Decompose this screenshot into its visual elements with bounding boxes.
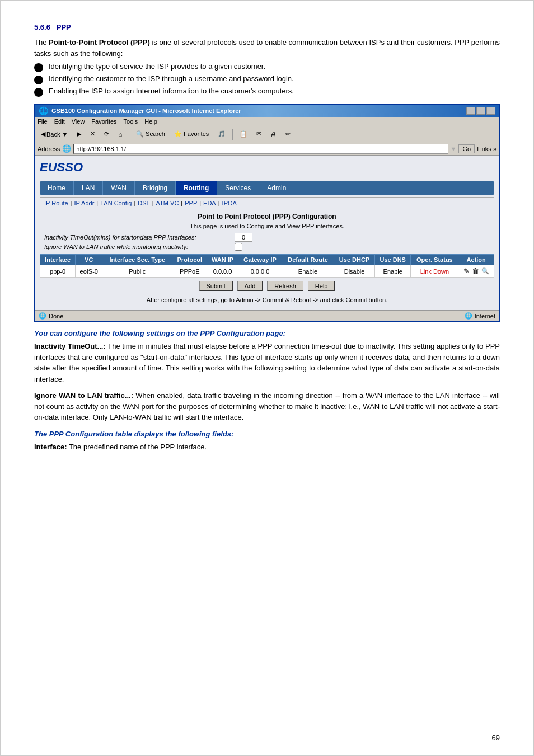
cell-gateway-ip: 0.0.0.0 [238, 265, 282, 278]
subnav-lanconfig[interactable]: LAN Config [100, 200, 132, 206]
maximize-button[interactable] [476, 107, 485, 115]
cell-interface-sec-type: Public [102, 265, 172, 278]
minimize-button[interactable] [466, 107, 475, 115]
go-button[interactable]: Go [458, 144, 475, 153]
media-button[interactable]: 🎵 [214, 129, 229, 139]
timeout-row: Inactivity TimeOut(mins) for startondata… [44, 233, 490, 242]
edit-icon[interactable]: ✎ [463, 267, 470, 275]
address-input[interactable] [73, 144, 448, 154]
edit-button[interactable]: ✏ [282, 129, 294, 139]
menu-edit[interactable]: Edit [54, 118, 65, 125]
link-down-link[interactable]: Link Down [420, 268, 449, 275]
menu-help[interactable]: Help [144, 118, 157, 125]
sub-nav: IP Route | IP Addr | LAN Config | DSL | … [40, 197, 494, 209]
ignore-wan-desc: Ignore WAN to LAN traffic...: When enabl… [34, 390, 500, 423]
ie-titlebar-buttons [466, 107, 495, 115]
refresh-page-button[interactable]: Refresh [267, 281, 303, 291]
menu-view[interactable]: View [72, 118, 85, 125]
intro-bold: Point-to-Point Protocol (PPP) [49, 38, 150, 46]
subnav-eda[interactable]: EDA [203, 200, 216, 206]
ignore-row: Ignore WAN to LAN traffic while monitori… [44, 243, 490, 251]
col-use-dns: Use DNS [375, 255, 411, 265]
address-dropdown-icon[interactable]: ▼ [451, 145, 457, 152]
home-button[interactable]: ⌂ [115, 130, 125, 139]
subnav-ipoa[interactable]: IPOA [222, 200, 237, 206]
bullet-list: Identifying the type of service the ISP … [34, 62, 500, 97]
subnav-atmvc[interactable]: ATM VC [156, 200, 179, 206]
menu-favorites[interactable]: Favorites [91, 118, 116, 125]
nav-wan[interactable]: WAN [103, 181, 135, 195]
subnav-dsl[interactable]: DSL [138, 200, 149, 206]
cell-action: ✎ 🗑 🔍 [458, 265, 494, 278]
subnav-ipaddr[interactable]: IP Addr [74, 200, 94, 206]
col-interface-sec-type: Interface Sec. Type [102, 255, 172, 265]
ignore-checkbox[interactable] [235, 243, 242, 251]
col-gateway-ip: Gateway IP [238, 255, 282, 265]
section-number: 5.6.6 [34, 23, 50, 31]
cell-wan-ip: 0.0.0.0 [207, 265, 238, 278]
submit-button[interactable]: Submit [199, 281, 233, 291]
nav-routing[interactable]: Routing [176, 181, 217, 195]
print-button[interactable]: 🖨 [267, 130, 280, 139]
stop-button[interactable]: ✕ [87, 129, 99, 139]
nav-home[interactable]: Home [40, 181, 74, 195]
section-title: PPP [57, 23, 71, 31]
ie-statusbar-zone: 🌐 Internet [465, 312, 495, 320]
ie-titlebar: 🌐 GSB100 Configuration Manager GUI - Mic… [35, 105, 499, 117]
subnav-iproute[interactable]: IP Route [44, 200, 68, 206]
address-label: Address [38, 145, 60, 152]
eusso-logo: EUSSO [40, 160, 83, 175]
col-use-dhcp: Use DHCP [334, 255, 374, 265]
help-button[interactable]: Help [308, 281, 335, 291]
timeout-input[interactable] [235, 233, 252, 242]
inactivity-term: Inactivity TimeOut...: [34, 342, 106, 350]
footer-note: After configure all settings, go to Admi… [40, 294, 494, 306]
back-button[interactable]: ◀ Back ▼ [38, 129, 71, 139]
page: 5.6.6 PPP The Point-to-Point Protocol (P… [0, 0, 534, 756]
ie-content: EUSSO Home LAN WAN Bridging Routing Serv… [35, 156, 499, 310]
action-icons: ✎ 🗑 🔍 [461, 267, 491, 275]
list-item: Identifying the type of service the ISP … [34, 62, 500, 72]
intro-paragraph: The Point-to-Point Protocol (PPP) is one… [34, 37, 500, 59]
col-wan-ip: WAN IP [207, 255, 238, 265]
ie-icon: 🌐 [39, 106, 48, 115]
zone-icon: 🌐 [465, 312, 472, 320]
cell-vc: eoIS-0 [76, 265, 102, 278]
ignore-wan-term: Ignore WAN to LAN traffic...: [34, 391, 133, 400]
col-oper-status: Oper. Status [411, 255, 458, 265]
ie-title-text: GSB100 Configuration Manager GUI - Micro… [51, 107, 241, 114]
nav-services[interactable]: Services [217, 181, 259, 195]
cell-oper-status[interactable]: Link Down [411, 265, 458, 278]
menu-tools[interactable]: Tools [124, 118, 138, 125]
nav-admin[interactable]: Admin [259, 181, 294, 195]
forward-button[interactable]: ▶ [73, 129, 85, 139]
subnav-ppp[interactable]: PPP [185, 200, 197, 206]
inactivity-paragraph: Inactivity TimeOut...: The time in minut… [34, 341, 500, 384]
cell-interface: ppp-0 [40, 265, 76, 278]
zone-text: Internet [475, 313, 495, 320]
refresh-button[interactable]: ⟳ [101, 129, 113, 139]
delete-icon[interactable]: 🗑 [472, 267, 479, 275]
page-title: Point to Point Protocol (PPP) Configurat… [40, 213, 494, 220]
cell-use-dns: Enable [375, 265, 411, 278]
button-row: Submit Add Refresh Help [40, 281, 494, 291]
connect-icon[interactable]: 🔍 [481, 267, 489, 275]
menu-file[interactable]: File [38, 118, 48, 125]
status-icon: 🌐 [39, 312, 46, 320]
search-button[interactable]: 🔍 Search [133, 129, 168, 139]
history-button[interactable]: 📋 [236, 129, 251, 139]
add-button[interactable]: Add [237, 281, 263, 291]
nav-bridging[interactable]: Bridging [135, 181, 176, 195]
favorites-button[interactable]: ⭐ Favorites [171, 129, 212, 139]
section-heading: 5.6.6 PPP [34, 23, 500, 31]
nav-lan[interactable]: LAN [74, 181, 103, 195]
cell-default-route: Enable [282, 265, 334, 278]
timeout-label: Inactivity TimeOut(mins) for startondata… [44, 234, 235, 241]
ignore-wan-paragraph: Ignore WAN to LAN traffic...: When enabl… [34, 390, 500, 423]
ppp-config-heading: You can configure the following settings… [34, 329, 500, 337]
ignore-label: Ignore WAN to LAN traffic while monitori… [44, 243, 235, 250]
page-subtitle: This page is used to Configure and View … [40, 223, 494, 229]
close-button[interactable] [486, 107, 495, 115]
mail-button[interactable]: ✉ [253, 129, 265, 139]
ppp-table-heading: The PPP Configuration table displays the… [34, 430, 500, 438]
